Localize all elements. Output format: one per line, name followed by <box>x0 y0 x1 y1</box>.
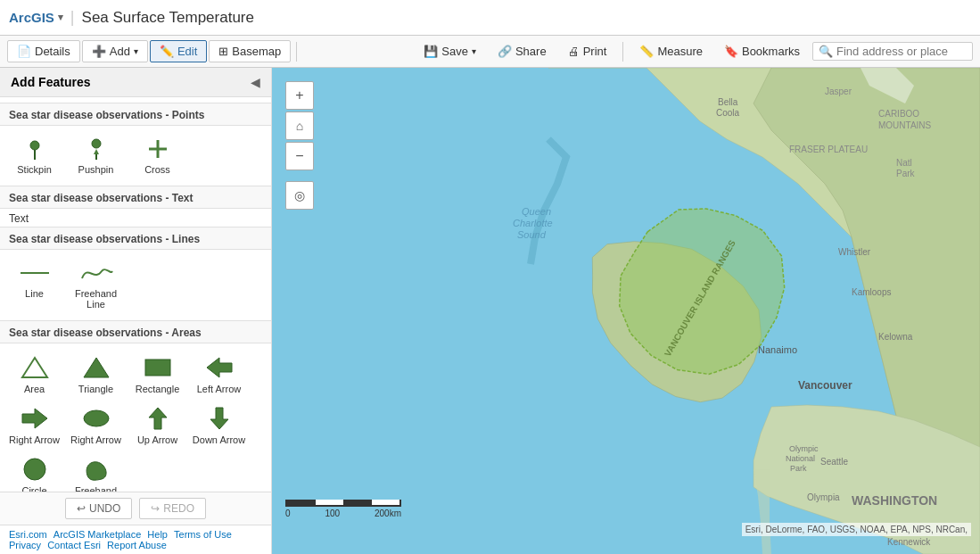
zoom-in-button[interactable]: + <box>285 81 314 110</box>
line-label: Line <box>25 288 44 299</box>
svg-marker-11 <box>207 358 232 377</box>
footer-link-marketplace[interactable]: ArcGIS Marketplace <box>54 529 141 540</box>
svg-text:Whistler: Whistler <box>838 247 871 257</box>
app-title: Sea Surface Temperature <box>82 9 254 27</box>
ctrl-spacer <box>285 172 314 179</box>
section-label-areas: Sea star disease observations - Areas <box>0 320 271 343</box>
measure-button[interactable]: 📏 Measure <box>630 41 712 62</box>
details-button[interactable]: 📄 Details <box>7 40 80 62</box>
sidebar-collapse-button[interactable]: ◀ <box>251 75 260 89</box>
svg-text:National: National <box>786 454 815 463</box>
scale-ruler <box>285 500 401 507</box>
sidebar-title: Add Features <box>11 75 90 89</box>
rectangle-label: Rectangle <box>136 384 180 394</box>
tool-area[interactable]: Area <box>5 351 63 398</box>
tool-freehand-area[interactable]: FreehandArea <box>67 452 125 492</box>
add-button[interactable]: ➕ Add ▾ <box>82 40 148 62</box>
sidebar: Add Features ◀ Sea star disease observat… <box>0 68 272 554</box>
redo-button[interactable]: ↪ REDO <box>139 498 206 519</box>
right-arrow-label: Right Arrow <box>9 434 60 445</box>
basemap-button[interactable]: ⊞ Basemap <box>209 40 291 62</box>
locate-button[interactable]: ◎ <box>285 181 314 210</box>
footer-link-contact[interactable]: Contact Esri <box>47 540 101 550</box>
tool-circle[interactable]: Circle <box>5 452 63 492</box>
attribution: Esri, DeLorme, FAO, USGS, NOAA, EPA, NPS… <box>742 523 971 536</box>
section-label-text: Sea star disease observations - Text <box>0 186 271 209</box>
freehand-area-icon <box>80 456 112 483</box>
home-button[interactable]: ⌂ <box>285 112 314 140</box>
svg-marker-15 <box>210 408 228 429</box>
tool-triangle[interactable]: Triangle <box>67 351 125 398</box>
pushpin-label: Pushpin <box>78 164 114 175</box>
scale-line: 0 100 200km <box>285 500 401 518</box>
svg-text:WASHINGTON: WASHINGTON <box>852 493 937 508</box>
scale-seg-2 <box>316 500 344 505</box>
footer-link-help[interactable]: Help <box>147 529 168 540</box>
stickpin-icon <box>22 136 47 161</box>
logo-dropdown-arrow: ▾ <box>58 12 63 23</box>
svg-marker-3 <box>94 149 99 154</box>
svg-text:Natl: Natl <box>896 158 912 168</box>
tool-left-arrow[interactable]: Left Arrow <box>190 351 248 398</box>
text-tool-label: Text <box>9 212 29 225</box>
toolbar-sep1 <box>296 42 297 62</box>
share-label: Share <box>515 45 547 58</box>
svg-text:Kennewick: Kennewick <box>887 537 931 547</box>
print-button[interactable]: 🖨 Print <box>559 41 616 62</box>
tool-pushpin[interactable]: Pushpin <box>67 133 125 178</box>
footer-link-esri[interactable]: Esri.com <box>9 529 47 540</box>
tool-up-arrow[interactable]: Up Arrow <box>128 401 186 449</box>
zoom-out-button[interactable]: − <box>285 142 314 170</box>
home-icon: ⌂ <box>296 119 303 133</box>
bookmarks-label: Bookmarks <box>742 45 800 58</box>
triangle-label: Triangle <box>78 384 113 394</box>
tool-ellipse[interactable]: Right Arrow <box>67 401 125 449</box>
scale-seg-3 <box>343 500 372 505</box>
pushpin-icon <box>84 136 109 161</box>
zoom-out-icon: − <box>295 148 303 164</box>
toolbar-sep2 <box>622 42 623 62</box>
lines-tool-grid: Line FreehandLine <box>0 250 271 320</box>
basemap-label: Basemap <box>232 45 281 58</box>
svg-point-2 <box>92 139 101 148</box>
footer-link-report[interactable]: Report Abuse <box>107 540 167 550</box>
svg-text:Queen: Queen <box>522 206 551 217</box>
save-button[interactable]: 💾 Save ▾ <box>415 41 485 62</box>
svg-text:Bella: Bella <box>718 97 738 107</box>
tool-cross[interactable]: Cross <box>128 133 186 178</box>
map[interactable]: VANCOUVER ISLAND RANGES Queen Charlotte … <box>272 68 980 554</box>
search-input[interactable] <box>836 45 967 58</box>
svg-text:Olympia: Olympia <box>807 492 840 502</box>
text-tool-item[interactable]: Text <box>0 209 271 227</box>
tool-rectangle[interactable]: Rectangle <box>128 351 186 398</box>
svg-text:MOUNTAINS: MOUNTAINS <box>878 120 932 130</box>
svg-text:Park: Park <box>896 169 916 178</box>
undo-label: UNDO <box>89 502 120 515</box>
svg-text:Sound: Sound <box>517 229 547 240</box>
share-button[interactable]: 🔗 Share <box>489 41 556 62</box>
bookmarks-button[interactable]: 🔖 Bookmarks <box>715 41 809 62</box>
footer-link-terms[interactable]: Terms of Use <box>174 529 232 540</box>
arcgis-logo[interactable]: ArcGIS ▾ <box>9 10 63 25</box>
zoom-in-icon: + <box>295 87 303 103</box>
tool-line[interactable]: Line <box>5 257 63 313</box>
print-icon: 🖨 <box>568 45 580 58</box>
tool-freehand-line[interactable]: FreehandLine <box>67 257 125 313</box>
sidebar-content: Sea star disease observations - Points S… <box>0 97 271 492</box>
edit-button[interactable]: ✏️ Edit <box>150 40 207 62</box>
right-arrow-icon <box>19 405 51 432</box>
search-box[interactable]: 🔍 <box>812 42 973 61</box>
edit-icon: ✏️ <box>160 45 174 58</box>
footer-link-privacy[interactable]: Privacy <box>9 540 41 550</box>
svg-text:Jasper: Jasper <box>825 87 852 96</box>
section-label-lines: Sea star disease observations - Lines <box>0 227 271 250</box>
scale-labels: 0 100 200km <box>285 509 401 518</box>
tool-down-arrow[interactable]: Down Arrow <box>190 401 248 449</box>
down-arrow-icon <box>203 405 235 432</box>
line-icon <box>17 260 53 285</box>
area-icon <box>19 354 51 381</box>
tool-right-arrow[interactable]: Right Arrow <box>5 401 63 449</box>
undo-button[interactable]: ↩ UNDO <box>65 498 132 519</box>
svg-text:Nanaimo: Nanaimo <box>758 344 797 355</box>
tool-stickpin[interactable]: Stickpin <box>5 133 63 178</box>
